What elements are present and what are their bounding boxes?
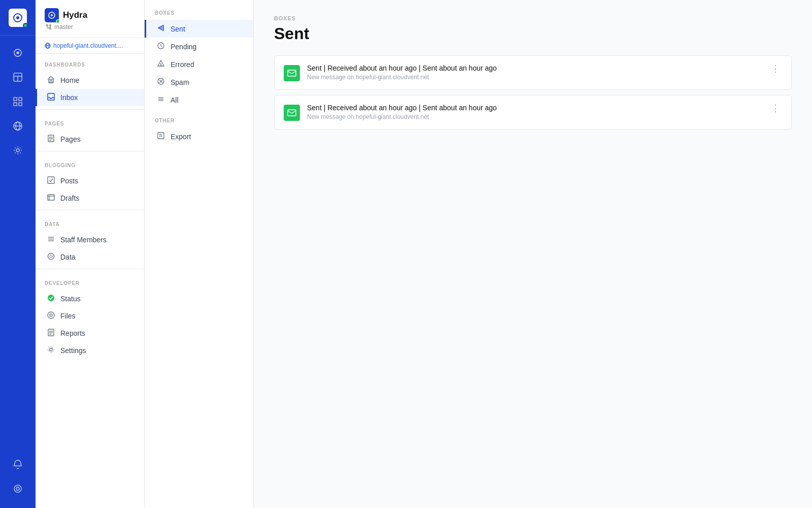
email-more-button-2[interactable]: ⋮ (769, 104, 782, 113)
sidebar-item-pages-label: Pages (60, 135, 81, 143)
email-more-button-1[interactable]: ⋮ (769, 64, 782, 73)
email-subject-2: Sent | Received about an hour ago | Sent… (307, 104, 769, 112)
sidebar-item-settings-label: Settings (60, 346, 86, 355)
rail-items (7, 36, 29, 508)
hydra-logo (45, 8, 59, 22)
page-title: Sent (274, 24, 792, 43)
svg-rect-35 (48, 195, 54, 200)
svg-point-19 (47, 25, 48, 26)
svg-point-44 (48, 312, 54, 319)
email-card-1[interactable]: Sent | Received about an hour ago | Sent… (274, 55, 792, 90)
panel-item-export-label: Export (171, 133, 191, 141)
home-icon (46, 76, 55, 85)
email-subtitle-2: New message on hopeful-giant.cloudvent.n… (307, 113, 769, 120)
hydra-rail-icon[interactable] (7, 42, 29, 64)
svg-point-15 (14, 485, 21, 492)
svg-rect-28 (50, 81, 52, 83)
site-url-text: hopeful-giant.cloudvent.... (53, 42, 123, 49)
all-panel-icon (156, 96, 165, 104)
sidebar-item-drafts-label: Drafts (60, 194, 79, 202)
svg-rect-65 (288, 70, 296, 76)
sent-panel-icon (156, 24, 165, 33)
svg-point-1 (16, 16, 19, 19)
reports-icon (46, 329, 55, 338)
breadcrumb: Boxes (274, 15, 792, 21)
panel-item-all-label: All (171, 96, 179, 104)
files-icon (46, 311, 55, 321)
panel-item-sent[interactable]: Sent (145, 20, 253, 38)
panel-item-spam-label: Spam (171, 78, 189, 86)
divider-1 (36, 109, 144, 110)
bell-rail-icon[interactable] (7, 453, 29, 475)
svg-point-21 (50, 25, 51, 26)
export-panel-icon (156, 132, 165, 141)
sidebar-section-data: Data (36, 213, 144, 231)
drafts-icon (46, 194, 55, 203)
sidebar-item-data[interactable]: Data (36, 248, 144, 266)
grid-rail-icon[interactable] (7, 90, 29, 113)
sidebar-section-pages: Pages (36, 113, 144, 131)
sidebar-item-posts[interactable]: Posts (36, 172, 144, 189)
svg-point-50 (50, 348, 52, 351)
panel-item-pending-label: Pending (171, 43, 196, 51)
panel-item-errored[interactable]: Errored (145, 55, 253, 73)
eye-rail-icon[interactable] (7, 478, 29, 500)
envelope-icon-2 (284, 105, 300, 121)
panel-item-spam[interactable]: Spam (145, 73, 253, 91)
sidebar-item-home[interactable]: Home (36, 72, 144, 89)
email-content-1: Sent | Received about an hour ago | Sent… (307, 64, 769, 81)
settings-rail-icon[interactable] (7, 139, 29, 162)
inbox-icon (46, 93, 55, 102)
sidebar-item-pages[interactable]: Pages (36, 131, 144, 148)
svg-point-16 (16, 487, 19, 490)
svg-rect-29 (48, 93, 54, 100)
panel-item-sent-label: Sent (171, 25, 185, 33)
other-section-label: Other (145, 118, 253, 128)
staff-icon (46, 235, 55, 244)
sidebar-header: Hydra master (36, 0, 144, 38)
sidebar-item-reports[interactable]: Reports (36, 325, 144, 342)
email-subtitle-1: New message on hopeful-giant.cloudvent.n… (307, 74, 769, 81)
site-url[interactable]: hopeful-giant.cloudvent.... (36, 38, 144, 54)
logo-green-dot (23, 23, 28, 28)
section-label-dashboards: Dashboards (45, 62, 135, 68)
sidebar-item-status-label: Status (60, 295, 81, 303)
panel-item-pending[interactable]: Pending (145, 38, 253, 55)
envelope-icon-1 (284, 65, 300, 81)
boxes-section-label: Boxes (145, 10, 253, 20)
svg-point-42 (50, 255, 52, 258)
posts-icon (46, 176, 55, 185)
sidebar-item-inbox-label: Inbox (60, 93, 78, 102)
svg-rect-10 (19, 103, 22, 106)
svg-rect-9 (14, 103, 17, 106)
second-panel: Boxes Sent Pending Errored (145, 0, 254, 508)
svg-rect-34 (48, 177, 54, 183)
svg-point-3 (17, 52, 19, 54)
email-card-2[interactable]: Sent | Received about an hour ago | Sent… (274, 95, 792, 130)
svg-rect-8 (19, 98, 22, 101)
sidebar-section-developer: Developer (36, 272, 144, 290)
divider-2 (36, 151, 144, 151)
section-label-pages: Pages (45, 121, 135, 126)
branch-label: master (45, 23, 135, 30)
branch-name: master (54, 23, 73, 30)
svg-rect-7 (14, 98, 17, 101)
app-title: Hydra (63, 10, 87, 20)
sidebar-item-files[interactable]: Files (36, 307, 144, 325)
rail-bottom-icons (7, 453, 29, 508)
panel-item-all[interactable]: All (145, 91, 253, 109)
sidebar-item-reports-label: Reports (60, 329, 85, 337)
sidebar-item-staff[interactable]: Staff Members (36, 231, 144, 248)
pages-icon (46, 135, 55, 144)
sidebar-item-status[interactable]: Status (36, 290, 144, 307)
main-content: Boxes Sent Sent | Received about an hour… (254, 0, 812, 508)
logo-box (9, 9, 27, 27)
panel-item-export[interactable]: Export (145, 128, 253, 145)
svg-point-14 (16, 149, 19, 152)
sidebar-item-settings[interactable]: Settings (36, 342, 144, 359)
globe-rail-icon[interactable] (7, 115, 29, 137)
sidebar-item-inbox[interactable]: Inbox (36, 89, 144, 106)
layout-rail-icon[interactable] (7, 66, 29, 88)
sidebar-item-drafts[interactable]: Drafts (36, 189, 144, 207)
rail-logo[interactable] (0, 0, 36, 36)
